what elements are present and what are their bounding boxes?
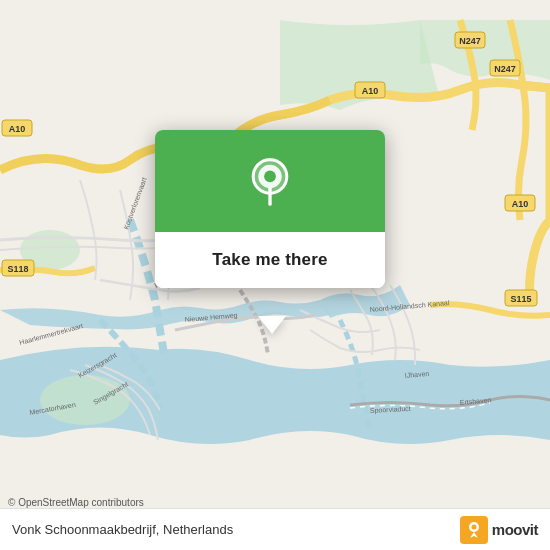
business-name: Vonk Schoonmaakbedrijf, Netherlands [12, 522, 460, 537]
svg-text:S118: S118 [7, 264, 28, 274]
svg-point-31 [264, 171, 276, 183]
svg-point-0 [40, 375, 130, 425]
moovit-logo: moovit [460, 516, 538, 544]
bottom-bar: Vonk Schoonmaakbedrijf, Netherlands moov… [0, 508, 550, 550]
popup-card: Take me there [155, 130, 385, 288]
moovit-text: moovit [492, 521, 538, 538]
moovit-icon [460, 516, 488, 544]
map-attribution: © OpenStreetMap contributors [8, 497, 144, 508]
svg-point-35 [471, 524, 476, 529]
map-container: A10 N247 N247 A10 A10 S118 S115 Kostverl… [0, 0, 550, 550]
take-me-there-button[interactable]: Take me there [155, 232, 385, 288]
svg-text:A10: A10 [512, 199, 529, 209]
location-pin-icon [244, 158, 296, 210]
popup-tail [258, 316, 286, 334]
svg-text:S115: S115 [510, 294, 531, 304]
popup-header [155, 130, 385, 232]
svg-text:A10: A10 [9, 124, 26, 134]
svg-text:N247: N247 [459, 36, 481, 46]
svg-text:N247: N247 [494, 64, 516, 74]
svg-text:A10: A10 [362, 86, 379, 96]
